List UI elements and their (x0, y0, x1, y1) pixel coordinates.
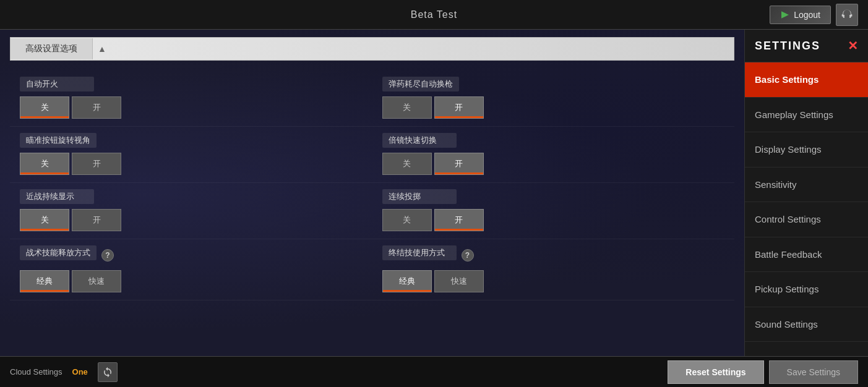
toggle-group-aim_rotate: 关开 (20, 153, 363, 175)
toggle-btn-aim_rotate-0[interactable]: 关 (20, 153, 69, 175)
toggle-btn-scope_switch-1[interactable]: 开 (434, 153, 484, 175)
section-header-title: 高级设置选项 (11, 38, 93, 59)
toggle-btn-finish_mode-0[interactable]: 经典 (382, 270, 432, 292)
setting-label-skill_mode: 战术技能释放方式 (20, 245, 97, 260)
setting-label-auto_switch: 弹药耗尽自动换枪 (382, 77, 459, 91)
toggle-btn-melee_display-0[interactable]: 关 (20, 209, 69, 231)
setting-block-finish_mode: 终结技使用方式?经典快速 (372, 239, 735, 300)
sidebar-item-display[interactable]: Display Settings (745, 132, 868, 168)
toggle-btn-scope_switch-0[interactable]: 关 (382, 153, 432, 175)
setting-block-scope_switch: 倍镜快速切换关开 (372, 127, 735, 183)
sidebar-item-pickup[interactable]: Pickup Settings (745, 272, 868, 307)
setting-label-continuous_throw: 连续投掷 (382, 189, 457, 204)
setting-label-melee_display: 近战持续显示 (20, 189, 94, 204)
sidebar-item-gameplay[interactable]: Gameplay Settings (745, 98, 868, 133)
sidebar-item-battle[interactable]: Battle Feedback (745, 237, 868, 273)
sidebar-item-sound[interactable]: Sound Settings (745, 307, 868, 342)
toggle-btn-auto_switch-1[interactable]: 开 (434, 96, 484, 119)
headset-icon (841, 9, 853, 21)
toggle-btn-finish_mode-1[interactable]: 快速 (434, 270, 484, 292)
setting-label-auto_fire: 自动开火 (20, 77, 94, 91)
toggle-btn-skill_mode-0[interactable]: 经典 (20, 270, 69, 292)
toggle-group-melee_display: 关开 (20, 209, 363, 231)
cloud-sync-icon-button[interactable] (98, 362, 118, 382)
top-bar-right: Logout (770, 4, 858, 26)
section-header: 高级设置选项 ▲ (10, 37, 734, 61)
bottom-action-buttons: Reset Settings Save Settings (668, 360, 858, 384)
help-icon-skill_mode[interactable]: ? (101, 249, 114, 262)
toggle-group-finish_mode: 经典快速 (382, 270, 725, 292)
setting-label-row-skill_mode: 战术技能释放方式? (20, 245, 363, 265)
sync-icon (102, 367, 113, 378)
setting-block-auto_fire: 自动开火关开 (10, 70, 372, 127)
settings-grid: 自动开火关开弹药耗尽自动换枪关开瞄准按钮旋转视角关开倍镜快速切换关开近战持续显示… (10, 70, 734, 300)
setting-block-melee_display: 近战持续显示关开 (10, 183, 372, 239)
setting-block-continuous_throw: 连续投掷关开 (372, 183, 735, 239)
sidebar: SETTINGS ✕ Basic SettingsGameplay Settin… (744, 30, 868, 356)
setting-label-finish_mode: 终结技使用方式 (382, 245, 457, 260)
toggle-btn-skill_mode-1[interactable]: 快速 (72, 270, 121, 292)
setting-label-row-finish_mode: 终结技使用方式? (382, 245, 725, 265)
toggle-group-auto_fire: 关开 (20, 96, 363, 119)
toggle-btn-auto_fire-0[interactable]: 关 (20, 96, 69, 119)
save-button[interactable]: Save Settings (769, 360, 858, 384)
toggle-group-continuous_throw: 关开 (382, 209, 725, 231)
toggle-group-scope_switch: 关开 (382, 153, 725, 175)
setting-label-scope_switch: 倍镜快速切换 (382, 133, 457, 148)
toggle-btn-aim_rotate-1[interactable]: 开 (72, 153, 121, 175)
cloud-settings-value: One (72, 367, 88, 376)
toggle-btn-auto_switch-0[interactable]: 关 (382, 96, 432, 119)
logout-button[interactable]: Logout (770, 6, 831, 24)
toggle-btn-auto_fire-1[interactable]: 开 (72, 96, 121, 119)
top-bar: Beta Test Logout (0, 0, 868, 30)
sidebar-item-basic[interactable]: Basic Settings (745, 62, 868, 98)
sidebar-close-icon[interactable]: ✕ (848, 38, 858, 53)
toggle-btn-continuous_throw-0[interactable]: 关 (382, 209, 432, 231)
user-icon-button[interactable] (836, 4, 858, 26)
main-layout: 高级设置选项 ▲ 自动开火关开弹药耗尽自动换枪关开瞄准按钮旋转视角关开倍镜快速切… (0, 30, 868, 356)
setting-block-skill_mode: 战术技能释放方式?经典快速 (10, 239, 372, 300)
setting-block-aim_rotate: 瞄准按钮旋转视角关开 (10, 127, 372, 183)
sidebar-title: SETTINGS (755, 40, 820, 53)
toggle-btn-melee_display-1[interactable]: 开 (72, 209, 121, 231)
sidebar-header: SETTINGS ✕ (745, 30, 868, 62)
reset-button[interactable]: Reset Settings (668, 360, 763, 384)
setting-block-auto_switch: 弹药耗尽自动换枪关开 (372, 70, 735, 127)
app-title: Beta Test (411, 9, 457, 20)
toggle-group-skill_mode: 经典快速 (20, 270, 363, 292)
collapse-arrow-icon[interactable]: ▲ (98, 44, 106, 54)
toggle-btn-continuous_throw-1[interactable]: 开 (434, 209, 484, 231)
setting-label-aim_rotate: 瞄准按钮旋转视角 (20, 133, 97, 148)
help-icon-finish_mode[interactable]: ? (462, 249, 474, 262)
toggle-group-auto_switch: 关开 (382, 96, 725, 119)
play-store-icon (780, 10, 790, 20)
cloud-settings-label: Cloud Settings (10, 367, 62, 376)
sidebar-item-sensitivity[interactable]: Sensitivity (745, 168, 868, 203)
content-area: 高级设置选项 ▲ 自动开火关开弹药耗尽自动换枪关开瞄准按钮旋转视角关开倍镜快速切… (0, 30, 744, 356)
bottom-bar: Cloud Settings One Reset Settings Save S… (0, 356, 868, 387)
sidebar-item-control[interactable]: Control Settings (745, 202, 868, 237)
